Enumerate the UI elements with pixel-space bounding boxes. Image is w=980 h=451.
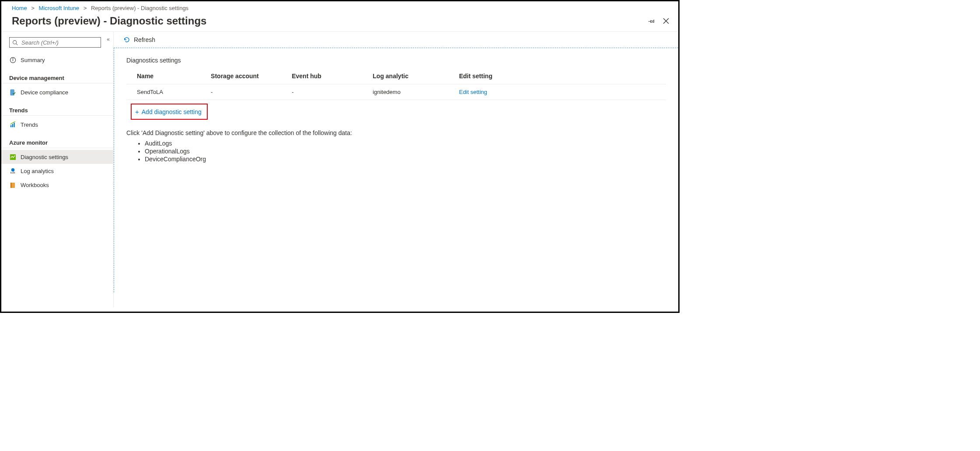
svg-rect-14 <box>11 172 12 173</box>
sidebar-item-label: Log analytics <box>21 168 54 174</box>
diagnostics-panel: Diagnostics settings Name Storage accoun… <box>114 48 678 292</box>
svg-rect-9 <box>12 124 13 127</box>
search-input[interactable] <box>21 39 98 46</box>
add-diagnostic-label: Add diagnostic setting <box>142 108 202 115</box>
help-list: AuditLogs OperationalLogs DeviceComplian… <box>137 140 666 163</box>
breadcrumb-home[interactable]: Home <box>12 5 27 11</box>
sidebar: « Summary Device management <box>1 32 114 307</box>
breadcrumb: Home > Microsoft Intune > Reports (previ… <box>1 1 678 14</box>
sidebar-item-log-analytics[interactable]: Log analytics <box>1 164 113 178</box>
diagnostics-table: Name Storage account Event hub Log analy… <box>126 69 666 100</box>
main-content: Refresh Diagnostics settings Name Storag… <box>114 32 678 307</box>
col-eventhub: Event hub <box>288 69 369 84</box>
table-row: SendToLA - - ignitedemo Edit setting <box>126 84 666 100</box>
sidebar-item-label: Diagnostic settings <box>21 154 68 160</box>
chevron-right-icon: > <box>84 5 87 11</box>
workbooks-icon <box>9 181 16 188</box>
sidebar-item-device-compliance[interactable]: Device compliance <box>1 85 113 99</box>
breadcrumb-current: Reports (preview) - Diagnostic settings <box>91 5 188 11</box>
svg-rect-8 <box>10 125 11 127</box>
col-edit: Edit setting <box>456 69 666 84</box>
add-diagnostic-setting-button[interactable]: + Add diagnostic setting <box>131 104 208 120</box>
search-icon <box>12 40 18 45</box>
sidebar-item-label: Workbooks <box>21 182 49 188</box>
log-analytics-icon <box>9 167 16 174</box>
svg-rect-13 <box>10 172 11 173</box>
device-compliance-icon <box>9 89 16 96</box>
diagnostics-heading: Diagnostics settings <box>126 57 666 64</box>
svg-point-2 <box>13 40 17 44</box>
svg-rect-7 <box>10 89 14 95</box>
title-bar: Reports (preview) - Diagnostic settings <box>1 14 678 32</box>
sidebar-item-label: Trends <box>21 121 38 128</box>
list-item: OperationalLogs <box>145 148 666 155</box>
svg-line-3 <box>16 43 17 45</box>
sidebar-item-summary[interactable]: Summary <box>1 53 113 67</box>
cell-storage: - <box>207 84 288 100</box>
svg-point-6 <box>12 59 13 59</box>
close-icon[interactable] <box>663 17 670 24</box>
svg-rect-10 <box>14 122 14 127</box>
section-azure-monitor: Azure monitor <box>1 132 113 148</box>
refresh-label: Refresh <box>134 36 155 43</box>
refresh-button[interactable]: Refresh <box>114 32 678 48</box>
svg-rect-18 <box>10 182 11 187</box>
trends-icon <box>9 121 16 128</box>
sidebar-item-trends[interactable]: Trends <box>1 118 113 132</box>
cell-name: SendToLA <box>126 84 207 100</box>
pin-icon[interactable] <box>648 17 656 25</box>
info-icon <box>9 56 16 63</box>
chevron-right-icon: > <box>31 5 35 11</box>
section-device-management: Device management <box>1 67 113 83</box>
sidebar-item-label: Device compliance <box>21 89 68 96</box>
cell-eventhub: - <box>288 84 369 100</box>
refresh-icon <box>123 36 130 43</box>
edit-setting-link[interactable]: Edit setting <box>459 89 487 95</box>
svg-rect-15 <box>13 171 14 173</box>
col-storage: Storage account <box>207 69 288 84</box>
help-intro: Click 'Add Diagnostic setting' above to … <box>126 129 666 136</box>
plus-icon: + <box>135 108 139 115</box>
diagnostic-settings-icon <box>9 153 16 160</box>
svg-rect-16 <box>14 172 15 173</box>
sidebar-item-workbooks[interactable]: Workbooks <box>1 178 113 192</box>
sidebar-search <box>9 37 105 48</box>
col-name: Name <box>126 69 207 84</box>
help-text: Click 'Add Diagnostic setting' above to … <box>126 129 666 163</box>
cell-loganalytic: ignitedemo <box>369 84 455 100</box>
sidebar-item-label: Summary <box>21 57 45 63</box>
svg-point-12 <box>11 168 14 171</box>
section-trends: Trends <box>1 99 113 116</box>
sidebar-item-diagnostic-settings[interactable]: Diagnostic settings <box>1 150 113 164</box>
list-item: AuditLogs <box>145 140 666 147</box>
list-item: DeviceComplianceOrg <box>145 156 666 163</box>
breadcrumb-intune[interactable]: Microsoft Intune <box>39 5 80 11</box>
col-loganalytic: Log analytic <box>369 69 455 84</box>
page-title: Reports (preview) - Diagnostic settings <box>12 15 648 27</box>
collapse-sidebar-icon[interactable]: « <box>107 36 110 42</box>
